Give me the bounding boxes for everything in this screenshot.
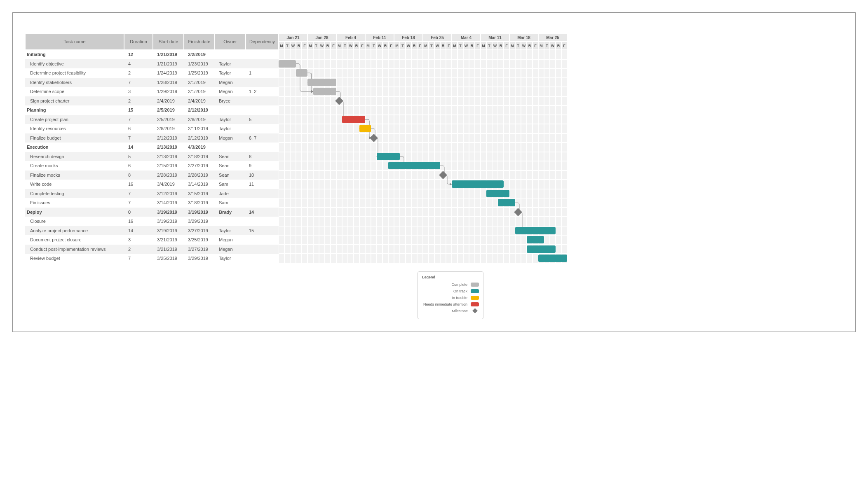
day-cell — [533, 180, 538, 189]
day-cell — [382, 245, 388, 254]
cell-start-date: 2/4/2019 — [153, 96, 184, 106]
task-row[interactable]: Fix issues73/14/20193/18/2019Sam — [25, 198, 279, 208]
day-cell — [515, 198, 521, 208]
day-cell — [313, 180, 319, 189]
gantt-bar[interactable] — [313, 88, 336, 95]
day-cell — [475, 124, 481, 133]
task-row[interactable]: Closure163/19/20193/29/2019 — [25, 217, 279, 226]
day-cell — [561, 133, 567, 143]
timeline-row — [279, 161, 843, 171]
cell-finish-date: 2/1/2019 — [184, 78, 215, 87]
gantt-bar[interactable] — [296, 69, 307, 77]
cell-dependency: 15 — [246, 226, 279, 236]
task-row[interactable]: Sign project charter22/4/20192/4/2019Bry… — [25, 96, 279, 106]
cell-task-name: Create project plan — [25, 115, 124, 124]
day-cell — [561, 161, 567, 171]
day-cell — [492, 78, 498, 87]
cell-owner: Sean — [215, 171, 246, 180]
group-row[interactable]: Initiating121/21/20192/2/2019 — [25, 50, 279, 59]
task-row[interactable]: Determine project feasibility21/24/20191… — [25, 68, 279, 78]
cell-dependency: 14 — [246, 208, 279, 217]
task-row[interactable]: Identify resources62/8/20192/11/2019Tayl… — [25, 124, 279, 133]
day-cell — [452, 245, 457, 254]
gantt-bar[interactable] — [377, 153, 400, 160]
day-cell — [492, 152, 498, 161]
cell-finish-date: 2/18/2019 — [184, 152, 215, 161]
day-cell — [411, 226, 417, 236]
day-cell — [319, 143, 325, 152]
day-cell — [423, 59, 429, 69]
day-cell — [284, 96, 290, 106]
gantt-bar[interactable] — [342, 116, 365, 123]
day-cell — [313, 189, 319, 199]
day-cell — [509, 161, 515, 171]
task-row[interactable]: Write code163/4/20193/14/2019Sam11 — [25, 180, 279, 189]
gantt-bar[interactable] — [527, 236, 544, 243]
gantt-bar[interactable] — [498, 199, 515, 206]
day-cell — [348, 78, 354, 87]
day-cell — [515, 124, 521, 133]
day-cell — [394, 208, 400, 217]
day-cell — [279, 198, 284, 208]
day-cell — [411, 217, 417, 226]
day-label: R — [296, 42, 302, 50]
gantt-bar[interactable] — [279, 60, 296, 68]
cell-owner: Megan — [215, 87, 246, 96]
day-cell — [463, 189, 469, 199]
day-cell — [515, 133, 521, 143]
day-cell — [336, 180, 342, 189]
task-row[interactable]: Review budget73/25/20193/29/2019Taylor — [25, 254, 279, 263]
day-cell — [498, 68, 504, 78]
cell-dependency: 6, 7 — [246, 133, 279, 143]
group-row[interactable]: Deploy03/19/20193/19/2019Brady14 — [25, 208, 279, 217]
cell-task-name: Closure — [25, 217, 124, 226]
day-cell — [377, 217, 382, 226]
task-row[interactable]: Complete testing73/12/20193/15/2019Jade — [25, 189, 279, 199]
day-cell — [486, 133, 492, 143]
gantt-bar[interactable] — [515, 227, 556, 234]
gantt-bar[interactable] — [388, 162, 440, 169]
task-row[interactable]: Determine scope31/29/20192/1/2019Megan1,… — [25, 87, 279, 96]
gantt-bar[interactable] — [452, 180, 504, 188]
day-cell — [550, 235, 556, 245]
day-cell — [423, 143, 429, 152]
cell-owner: Taylor — [215, 59, 246, 69]
gantt-bar[interactable] — [527, 245, 556, 253]
day-cell — [509, 96, 515, 106]
day-cell — [348, 189, 354, 199]
task-row[interactable]: Analyze project performance143/19/20193/… — [25, 226, 279, 236]
day-cell — [475, 208, 481, 217]
task-row[interactable]: Identify stakeholders71/28/20192/1/2019M… — [25, 78, 279, 87]
day-cell — [504, 133, 509, 143]
cell-owner: Megan — [215, 245, 246, 254]
gantt-bar[interactable] — [486, 190, 509, 197]
gantt-bar[interactable] — [538, 255, 567, 262]
legend-title: Legend — [422, 275, 479, 279]
day-cell — [400, 198, 406, 208]
week-label: Feb 18 — [394, 33, 423, 42]
cell-duration: 6 — [124, 161, 153, 171]
day-cell — [279, 180, 284, 189]
task-row[interactable]: Finalize mocks82/28/20192/28/2019Sean10 — [25, 171, 279, 180]
task-row[interactable]: Conduct post-implementation reviews23/21… — [25, 245, 279, 254]
day-cell — [481, 68, 486, 78]
task-row[interactable]: Create project plan72/5/20192/8/2019Tayl… — [25, 115, 279, 124]
day-cell — [284, 115, 290, 124]
cell-dependency — [246, 143, 279, 152]
day-cell — [509, 171, 515, 180]
task-row[interactable]: Research design52/13/20192/18/2019Sean8 — [25, 152, 279, 161]
task-row[interactable]: Identify objective41/21/20191/23/2019Tay… — [25, 59, 279, 69]
group-row[interactable]: Planning152/5/20192/12/2019 — [25, 105, 279, 115]
gantt-bar[interactable] — [359, 125, 371, 132]
day-cell — [394, 245, 400, 254]
day-cell — [359, 235, 365, 245]
day-cell — [475, 68, 481, 78]
gantt-bar[interactable] — [307, 79, 336, 86]
task-row[interactable]: Finalize budget72/12/20192/12/2019Megan6… — [25, 133, 279, 143]
task-row[interactable]: Document project closure33/21/20193/25/2… — [25, 235, 279, 245]
day-cell — [365, 59, 371, 69]
group-row[interactable]: Execution142/13/20194/3/2019 — [25, 143, 279, 152]
task-row[interactable]: Create mocks62/15/20192/27/2019Sean9 — [25, 161, 279, 171]
day-cell — [319, 208, 325, 217]
day-cell — [457, 96, 463, 106]
